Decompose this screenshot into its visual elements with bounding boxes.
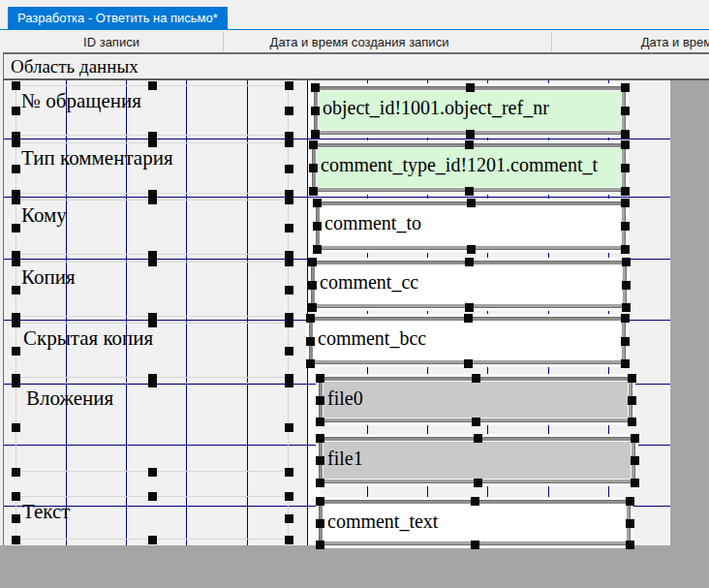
selection-handle[interactable] <box>12 319 20 327</box>
selection-handle[interactable] <box>313 222 322 231</box>
selection-handle[interactable] <box>285 379 293 387</box>
comment-text-field[interactable]: comment_text <box>320 501 630 544</box>
selection-handle[interactable] <box>285 286 293 294</box>
selection-handle[interactable] <box>316 479 324 487</box>
form-label-3[interactable]: Копия <box>15 262 289 317</box>
selection-handle[interactable] <box>309 164 318 172</box>
selection-handle[interactable] <box>12 81 20 90</box>
selection-handle[interactable] <box>316 374 324 383</box>
selection-handle[interactable] <box>621 140 630 149</box>
selection-handle[interactable] <box>311 107 320 115</box>
selection-handle[interactable] <box>306 359 315 368</box>
selection-handle[interactable] <box>316 519 324 528</box>
selection-handle[interactable] <box>621 107 630 115</box>
selection-handle[interactable] <box>311 130 320 139</box>
file0-field[interactable]: file0 <box>320 378 632 421</box>
selection-handle[interactable] <box>464 359 473 368</box>
file1-field[interactable]: file1 <box>320 438 634 482</box>
selection-handle[interactable] <box>285 423 293 432</box>
selection-handle[interactable] <box>12 107 20 115</box>
selection-handle[interactable] <box>12 286 20 294</box>
selection-handle[interactable] <box>464 314 473 323</box>
selection-handle[interactable] <box>308 258 317 266</box>
selection-handle[interactable] <box>306 337 315 346</box>
selection-handle[interactable] <box>148 319 157 327</box>
selection-handle[interactable] <box>12 492 20 501</box>
selection-handle[interactable] <box>626 541 634 549</box>
selection-handle[interactable] <box>285 536 293 544</box>
selection-handle[interactable] <box>621 187 630 196</box>
selection-handle[interactable] <box>472 374 480 383</box>
selection-handle[interactable] <box>285 224 293 232</box>
selection-handle[interactable] <box>631 456 639 465</box>
comment-to-field[interactable]: comment_to <box>317 202 625 249</box>
selection-handle[interactable] <box>308 303 317 312</box>
selection-handle[interactable] <box>316 396 324 405</box>
selection-handle[interactable] <box>628 418 636 426</box>
selection-handle[interactable] <box>309 140 318 149</box>
selection-handle[interactable] <box>285 319 293 327</box>
column-header-datetime[interactable]: Дата и время <box>641 34 709 51</box>
selection-handle[interactable] <box>622 303 631 312</box>
selection-handle[interactable] <box>471 541 479 549</box>
column-header-created-datetime[interactable]: Дата и время создания записи <box>270 34 449 51</box>
selection-handle[interactable] <box>306 314 315 323</box>
selection-handle[interactable] <box>12 514 20 523</box>
selection-handle[interactable] <box>12 258 20 266</box>
comment-type-field[interactable]: comment_type_id!1201.comment_t <box>313 144 625 191</box>
selection-handle[interactable] <box>621 222 630 231</box>
document-tab[interactable]: Разработка - Ответить на письмо* <box>8 7 228 30</box>
selection-handle[interactable] <box>12 379 20 387</box>
form-label-2[interactable]: Кому <box>15 200 289 255</box>
selection-handle[interactable] <box>474 479 482 487</box>
form-label-1[interactable]: Тип комментария <box>15 142 289 194</box>
selection-handle[interactable] <box>148 468 157 477</box>
selection-handle[interactable] <box>631 434 639 443</box>
selection-handle[interactable] <box>621 245 630 254</box>
selection-handle[interactable] <box>148 81 157 90</box>
data-band-header[interactable]: Область данных <box>4 54 709 78</box>
selection-handle[interactable] <box>285 139 293 147</box>
selection-handle[interactable] <box>465 303 474 312</box>
selection-handle[interactable] <box>626 519 634 528</box>
selection-handle[interactable] <box>148 492 157 501</box>
selection-handle[interactable] <box>12 165 20 173</box>
selection-handle[interactable] <box>316 456 324 465</box>
selection-handle[interactable] <box>12 468 20 477</box>
selection-handle[interactable] <box>12 347 20 356</box>
selection-handle[interactable] <box>148 139 157 147</box>
selection-handle[interactable] <box>285 347 293 356</box>
selection-handle[interactable] <box>316 497 324 506</box>
selection-handle[interactable] <box>467 199 476 207</box>
selection-handle[interactable] <box>285 107 293 115</box>
selection-handle[interactable] <box>148 258 157 266</box>
selection-handle[interactable] <box>471 497 479 506</box>
selection-handle[interactable] <box>621 337 630 346</box>
selection-handle[interactable] <box>316 418 324 426</box>
selection-handle[interactable] <box>465 140 474 149</box>
selection-handle[interactable] <box>628 396 636 405</box>
selection-handle[interactable] <box>474 434 482 443</box>
selection-handle[interactable] <box>621 164 630 172</box>
selection-handle[interactable] <box>465 187 474 196</box>
selection-handle[interactable] <box>148 196 157 204</box>
selection-handle[interactable] <box>285 196 293 204</box>
selection-handle[interactable] <box>148 379 157 387</box>
selection-handle[interactable] <box>621 83 630 92</box>
selection-handle[interactable] <box>466 130 475 139</box>
selection-handle[interactable] <box>622 281 631 290</box>
selection-handle[interactable] <box>285 468 293 477</box>
selection-handle[interactable] <box>285 258 293 266</box>
selection-handle[interactable] <box>622 258 631 266</box>
selection-handle[interactable] <box>12 423 20 432</box>
selection-handle[interactable] <box>12 536 20 544</box>
selection-handle[interactable] <box>467 245 476 254</box>
selection-handle[interactable] <box>285 492 293 501</box>
selection-handle[interactable] <box>12 196 20 204</box>
selection-handle[interactable] <box>313 245 322 254</box>
comment-cc-field[interactable]: comment_cc <box>312 262 626 307</box>
selection-handle[interactable] <box>148 536 157 544</box>
form-label-4[interactable]: Скрытая копия <box>15 323 289 378</box>
selection-handle[interactable] <box>309 187 318 196</box>
selection-handle[interactable] <box>313 199 322 207</box>
